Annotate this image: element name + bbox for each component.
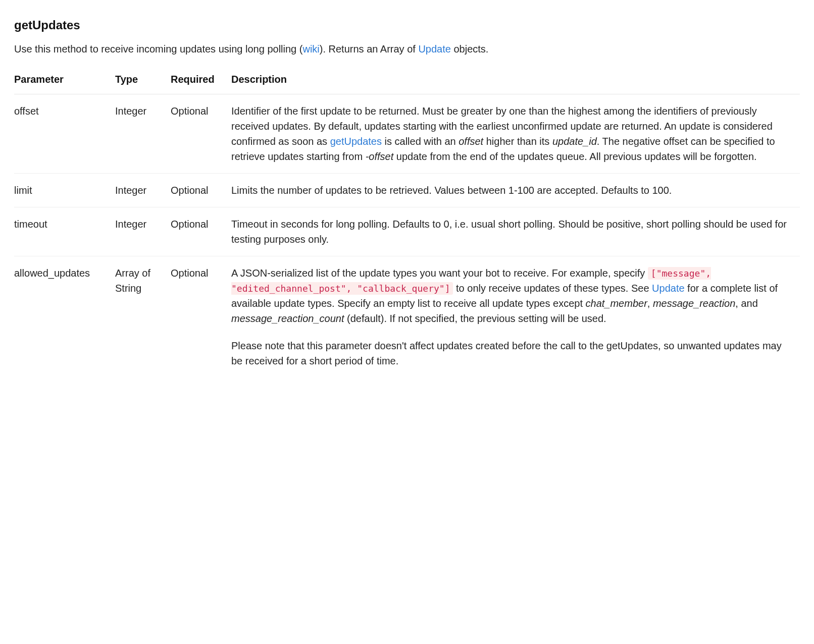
method-title: getUpdates xyxy=(14,16,800,34)
desc-text: Please note that this parameter doesn't … xyxy=(231,338,794,368)
desc-em: message_reaction_count xyxy=(231,313,344,324)
th-type: Type xyxy=(115,67,171,94)
update-link[interactable]: Update xyxy=(652,283,685,294)
desc-text: Limits the number of updates to be retri… xyxy=(231,183,794,198)
parameters-table: Parameter Type Required Description offs… xyxy=(14,67,800,378)
desc-text: , xyxy=(647,298,653,309)
param-type: Array of String xyxy=(115,256,171,378)
param-required: Optional xyxy=(171,256,231,378)
param-name: offset xyxy=(14,94,115,174)
desc-text: higher than its xyxy=(483,136,552,147)
param-description: Limits the number of updates to be retri… xyxy=(231,174,800,207)
table-row: allowed_updates Array of String Optional… xyxy=(14,256,800,378)
param-description: Identifier of the first update to be ret… xyxy=(231,94,800,174)
param-required: Optional xyxy=(171,207,231,256)
param-type: Integer xyxy=(115,207,171,256)
desc-text: , and xyxy=(735,298,757,309)
desc-em: message_reaction xyxy=(653,298,735,309)
getupdates-link[interactable]: getUpdates xyxy=(330,136,382,147)
desc-text: to only receive updates of these types. … xyxy=(453,283,652,294)
param-required: Optional xyxy=(171,174,231,207)
desc-text: (default). If not specified, the previou… xyxy=(344,313,606,324)
method-intro: Use this method to receive incoming upda… xyxy=(14,41,800,57)
update-link[interactable]: Update xyxy=(418,43,451,55)
param-name: allowed_updates xyxy=(14,256,115,378)
param-type: Integer xyxy=(115,174,171,207)
param-required: Optional xyxy=(171,94,231,174)
th-parameter: Parameter xyxy=(14,67,115,94)
desc-em: -offset xyxy=(366,151,394,162)
intro-text: Use this method to receive incoming upda… xyxy=(14,43,302,55)
intro-text: objects. xyxy=(451,43,488,55)
table-row: limit Integer Optional Limits the number… xyxy=(14,174,800,207)
wiki-link[interactable]: wiki xyxy=(302,43,319,55)
table-row: offset Integer Optional Identifier of th… xyxy=(14,94,800,174)
param-name: timeout xyxy=(14,207,115,256)
param-type: Integer xyxy=(115,94,171,174)
th-required: Required xyxy=(171,67,231,94)
param-description: A JSON-serialized list of the update typ… xyxy=(231,256,800,378)
th-description: Description xyxy=(231,67,800,94)
param-name: limit xyxy=(14,174,115,207)
param-description: Timeout in seconds for long polling. Def… xyxy=(231,207,800,256)
desc-em: update_id xyxy=(552,136,597,147)
desc-text: A JSON-serialized list of the update typ… xyxy=(231,267,648,279)
desc-text: is called with an xyxy=(382,136,459,147)
desc-text: Timeout in seconds for long polling. Def… xyxy=(231,217,794,247)
desc-text: update from the end of the updates queue… xyxy=(393,151,756,162)
desc-em: offset xyxy=(459,136,483,147)
table-row: timeout Integer Optional Timeout in seco… xyxy=(14,207,800,256)
intro-text: ). Returns an Array of xyxy=(320,43,419,55)
desc-em: chat_member xyxy=(586,298,647,309)
table-header-row: Parameter Type Required Description xyxy=(14,67,800,94)
